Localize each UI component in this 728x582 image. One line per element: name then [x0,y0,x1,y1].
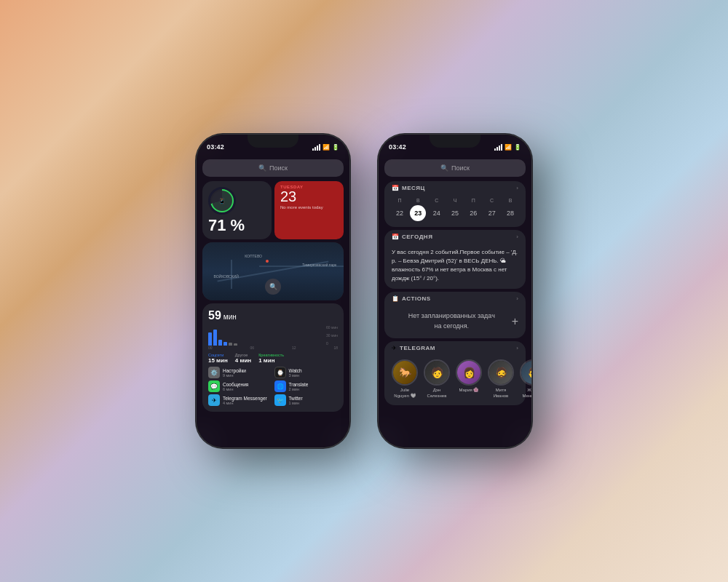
cat-social: Соцсети 15 мин [208,353,228,364]
chart-bars [208,325,338,346]
app-twitter: 🐦 Twitter 1 мин [274,394,339,406]
cal-date-24[interactable]: 24 [429,205,445,221]
tg-avatar-maria: 👩 [456,359,482,386]
chart-y-60: 60 мин [326,325,338,330]
status-time-left: 03:42 [207,143,224,151]
today-text-container: У вас сегодня 2 событий.Первое событие –… [384,242,526,289]
screentime-widget: 59 мин 60 мин 30 мин [202,303,344,412]
map-widget: КОПТЕВО ВОЙКОВСКИЙ Тимирязевский парк 🔍 [202,242,344,300]
watch-icon: ⌚ [274,367,286,378]
phone-right: 03:42 📶 🔋 🔍 Поиск [379,135,531,447]
phone-screen-right: 03:42 📶 🔋 🔍 Поиск [379,135,531,447]
map-search-button[interactable]: 🔍 [265,279,281,295]
actions-content: Нет запланированных задач на сегодня. + [384,304,526,338]
signal-icon [312,144,320,151]
today-section-title: СЕГОДНЯ [402,234,432,240]
calendar-day-num: 23 [280,189,338,204]
battery-phone-icon: 📱 [218,198,226,204]
actions-chevron[interactable]: › [516,295,518,302]
today-text: У вас сегодня 2 событий.Первое событие –… [392,248,518,283]
search-placeholder-right: Поиск [451,164,470,172]
wifi-icon: 📶 [323,144,330,151]
cal-date-27[interactable]: 27 [484,205,500,221]
cal-date-23-today[interactable]: 23 [410,205,426,221]
no-tasks-sub: на сегодня. [392,322,512,332]
search-icon-right: 🔍 [440,164,448,172]
screentime-categories: Соцсети 15 мин Другое 4 мин Креативность… [208,353,338,364]
calendar-section-icon: 📅 [392,185,399,191]
calendar-section-widget: 📅 МЕСЯЦ › П В С Ч П С В [384,181,526,227]
telegram-section-header: ✈ TELEGRAM › [384,341,526,354]
cat-social-time: 15 мин [208,357,228,364]
telegram-section-icon: ✈ [392,345,397,351]
today-section-icon: 📅 [392,234,399,240]
tg-contact-zhenya[interactable]: 👨 ЖеняМенщиков [520,359,531,399]
tg-name-mitya: МитяИванов [494,388,509,399]
wifi-icon-right: 📶 [505,144,512,151]
today-section-header: 📅 СЕГОДНЯ › [384,230,526,242]
telegram-chevron[interactable]: › [516,345,518,351]
tg-contact-dan[interactable]: 🧑 ДэнСелезнев [424,359,450,399]
actions-section-header: 📋 ACTIONS › [384,292,526,304]
cal-date-22[interactable]: 22 [392,205,408,221]
chart-container: 60 мин 30 мин 0 [208,325,338,346]
app-list: ⚙️ Настройки 9 мин ⌚ Watch 3 мин [208,367,338,406]
map-label-koptevo: КОПТЕВО [245,254,262,258]
today-chevron[interactable]: › [516,234,518,240]
tg-contact-mitya[interactable]: 🧔 МитяИванов [488,359,514,399]
phone-content-left[interactable]: 🔍 Поиск 📱 71 % [197,155,349,447]
map-label-park: Тимирязевский парк [302,263,336,267]
actions-section-title: ACTIONS [402,295,431,302]
cal-dates: 22 23 24 25 26 27 28 [392,205,518,221]
tg-avatar-dan: 🧑 [424,359,450,386]
app-settings: ⚙️ Настройки 9 мин [208,367,272,378]
cal-date-25[interactable]: 25 [447,205,463,221]
signal-icon-right [494,144,502,151]
screentime-unit: мин [223,313,237,321]
cat-other: Другое 4 мин [235,353,251,364]
calendar-section-header: 📅 МЕСЯЦ › [384,181,526,194]
cal-date-28[interactable]: 28 [502,205,518,221]
search-bar-left[interactable]: 🔍 Поиск [202,159,344,177]
top-widgets-row: 📱 71 % TUESDAY 23 No more events today [202,181,344,239]
battery-ring: 📱 [208,187,236,215]
battery-icon: 🔋 [332,144,339,151]
add-task-button[interactable]: + [512,315,518,328]
cat-other-time: 4 мин [235,357,251,364]
messages-icon: 💬 [208,380,220,392]
tg-contact-maria[interactable]: 👩 Мария 🌸 [456,359,482,399]
battery-percent: 71 % [208,218,266,234]
tg-avatar-mitya: 🧔 [488,359,514,386]
actions-section-widget: 📋 ACTIONS › Нет запланированных задач на… [384,292,526,338]
search-placeholder-left: Поиск [269,164,288,172]
translate-icon: 🌐 [274,380,286,392]
app-translate: 🌐 Translate 2 мин [274,380,339,392]
telegram-section-widget: ✈ TELEGRAM › 🐎 JulieNguyen 🤍 [384,341,526,405]
calendar-no-events: No more events today [280,205,338,210]
phone-screen-left: 03:42 📶 🔋 🔍 Поиск [197,135,349,447]
tg-contact-julie[interactable]: 🐎 JulieNguyen 🤍 [392,359,418,399]
notch-right [430,135,480,148]
cal-weekdays: П В С Ч П С В [392,198,518,203]
status-time-right: 03:42 [389,143,406,151]
app-messages: 💬 Сообщения 6 мин [208,380,272,392]
cal-date-26[interactable]: 26 [465,205,481,221]
telegram-contacts: 🐎 JulieNguyen 🤍 🧑 ДэнСелезнев [384,354,526,405]
chart-y-0: 0 [326,341,338,346]
tg-name-zhenya: ЖеняМенщиков [522,388,531,399]
search-bar-right[interactable]: 🔍 Поиск [384,159,526,177]
calendar-widget-right: П В С Ч П С В 22 23 24 25 26 27 [384,194,526,227]
battery-widget: 📱 71 % [202,181,272,239]
cat-creative: Креативность 1 мин [258,353,284,364]
tg-name-julie: JulieNguyen 🤍 [394,388,415,399]
screentime-value: 59 [208,309,221,322]
calendar-chevron[interactable]: › [516,185,518,191]
phone-left: 03:42 📶 🔋 🔍 Поиск [197,135,349,447]
twitter-icon: 🐦 [274,394,286,406]
notch [248,135,298,148]
chart-x-labels: 00 06 12 18 [208,346,338,350]
phone-content-right[interactable]: 🔍 Поиск 📅 МЕСЯЦ › П В С Ч [379,155,531,447]
tg-avatar-zhenya: 👨 [520,359,531,386]
map-label-voykovsky: ВОЙКОВСКИЙ [214,274,239,279]
app-telegram: ✈ Telegram Messenger 4 мин [208,394,272,406]
